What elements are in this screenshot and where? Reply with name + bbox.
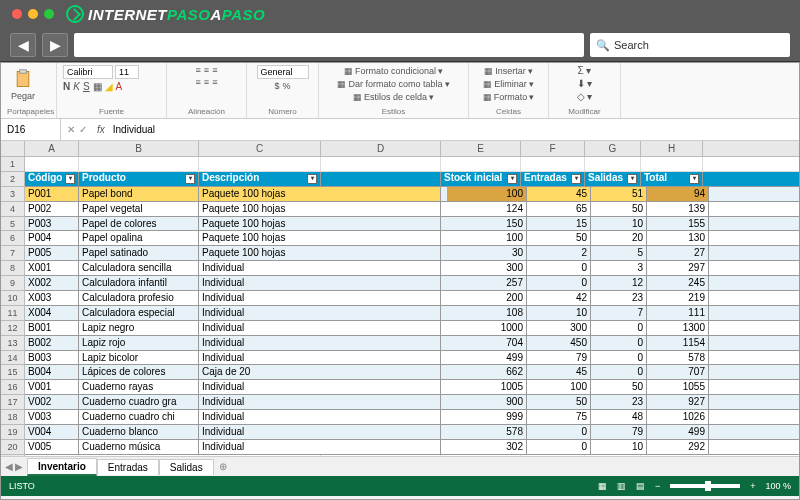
accept-formula-icon[interactable]: ✓ xyxy=(79,124,87,135)
table-header-cell[interactable]: Total▾ xyxy=(641,172,703,186)
cell[interactable]: Individual xyxy=(199,336,441,350)
cancel-formula-icon[interactable]: ✕ xyxy=(67,124,75,135)
filter-arrow-icon[interactable]: ▾ xyxy=(507,174,517,184)
col-header[interactable]: F xyxy=(521,141,585,156)
cell[interactable]: 51 xyxy=(591,187,647,201)
row-header[interactable]: 10 xyxy=(1,291,25,306)
cell[interactable]: 450 xyxy=(527,336,591,350)
cell[interactable]: P004 xyxy=(25,231,79,245)
currency-button[interactable]: $ xyxy=(274,81,279,91)
window-maximize-icon[interactable] xyxy=(44,9,54,19)
cell[interactable]: Papel vegetal xyxy=(79,202,199,216)
cell[interactable]: 155 xyxy=(647,217,709,231)
row-header[interactable]: 15 xyxy=(1,365,25,380)
cell[interactable]: 50 xyxy=(527,395,591,409)
format-cells-button[interactable]: ▦ Formato ▾ xyxy=(480,91,538,103)
autosum-button[interactable]: Σ ▾ xyxy=(578,65,592,76)
cell[interactable]: 245 xyxy=(647,276,709,290)
col-header[interactable]: C xyxy=(199,141,321,156)
row-header[interactable]: 20 xyxy=(1,440,25,455)
cell[interactable]: 707 xyxy=(647,365,709,379)
cell[interactable]: 1000 xyxy=(447,321,527,335)
cell[interactable]: 704 xyxy=(447,336,527,350)
cell[interactable]: Lapiz rojo xyxy=(79,336,199,350)
italic-button[interactable]: K xyxy=(73,81,80,92)
row-header[interactable]: 19 xyxy=(1,425,25,440)
select-all-corner[interactable] xyxy=(1,141,25,156)
cell[interactable]: 100 xyxy=(527,380,591,394)
cell[interactable]: 662 xyxy=(447,365,527,379)
cell[interactable]: P001 xyxy=(25,187,79,201)
fx-icon[interactable]: fx xyxy=(93,124,109,135)
cell[interactable]: 65 xyxy=(527,202,591,216)
table-row[interactable]: B001Lapiz negroIndividual100030001300 xyxy=(25,321,799,336)
table-header-cell[interactable]: Salidas▾ xyxy=(585,172,641,186)
cell[interactable]: X001 xyxy=(25,261,79,275)
cell[interactable]: 23 xyxy=(591,291,647,305)
table-row[interactable]: B004Lápices de coloresCaja de 2066245070… xyxy=(25,365,799,380)
cell[interactable]: Papel de colores xyxy=(79,217,199,231)
table-row[interactable]: V001Cuaderno rayasIndividual100510050105… xyxy=(25,380,799,395)
table-row[interactable]: X004Calculadora especialIndividual108107… xyxy=(25,306,799,321)
cell[interactable]: Paquete 100 hojas xyxy=(199,231,441,245)
fill-button[interactable]: ⬇ ▾ xyxy=(577,78,593,89)
cell[interactable]: 927 xyxy=(647,395,709,409)
cell[interactable]: Cuaderno cuadro gra xyxy=(79,395,199,409)
table-header-cell[interactable]: Código▾ xyxy=(25,172,79,186)
cell[interactable]: Individual xyxy=(199,351,441,365)
align-left-button[interactable]: ≡ xyxy=(196,77,201,87)
tab-nav-prev-icon[interactable]: ◀ xyxy=(5,461,13,472)
cell[interactable]: P003 xyxy=(25,217,79,231)
table-row[interactable]: V005Cuaderno músicaIndividual302010292 xyxy=(25,440,799,455)
cell[interactable]: 0 xyxy=(591,321,647,335)
zoom-in-button[interactable]: + xyxy=(750,481,755,491)
cell[interactable]: 0 xyxy=(527,425,591,439)
row-header[interactable]: 6 xyxy=(1,231,25,246)
cell[interactable]: P002 xyxy=(25,202,79,216)
cell[interactable]: Individual xyxy=(199,306,441,320)
cell[interactable]: Papel opalina xyxy=(79,231,199,245)
cell[interactable]: 292 xyxy=(647,440,709,454)
view-layout-icon[interactable]: ▥ xyxy=(617,481,626,491)
cell[interactable]: 50 xyxy=(591,380,647,394)
spreadsheet-grid[interactable]: A B C D E F G H 123456789101112131415161… xyxy=(1,141,799,456)
cell[interactable]: 50 xyxy=(591,202,647,216)
cell[interactable]: Calculadora especial xyxy=(79,306,199,320)
cell[interactable]: 45 xyxy=(527,365,591,379)
filter-arrow-icon[interactable]: ▾ xyxy=(571,174,581,184)
view-pagebreak-icon[interactable]: ▤ xyxy=(636,481,645,491)
cell[interactable]: Papel bond xyxy=(79,187,199,201)
sheet-tab-entradas[interactable]: Entradas xyxy=(97,459,159,475)
search-input[interactable]: 🔍 Search xyxy=(590,33,790,57)
font-size-select[interactable] xyxy=(115,65,139,79)
zoom-out-button[interactable]: − xyxy=(655,481,660,491)
cell[interactable]: 12 xyxy=(591,276,647,290)
col-header[interactable]: A xyxy=(25,141,79,156)
cell[interactable]: 2 xyxy=(527,246,591,260)
cell[interactable]: Individual xyxy=(199,291,441,305)
cell[interactable]: 10 xyxy=(527,306,591,320)
table-row[interactable]: P005Papel satinadoPaquete 100 hojas30252… xyxy=(25,246,799,261)
filter-arrow-icon[interactable]: ▾ xyxy=(65,174,75,184)
cell[interactable]: 0 xyxy=(591,365,647,379)
cell[interactable]: V001 xyxy=(25,380,79,394)
col-header[interactable]: G xyxy=(585,141,641,156)
filter-arrow-icon[interactable]: ▾ xyxy=(627,174,637,184)
cell[interactable]: 45 xyxy=(527,187,591,201)
row-header[interactable]: 7 xyxy=(1,246,25,261)
cell[interactable]: 79 xyxy=(527,351,591,365)
cell[interactable]: B002 xyxy=(25,336,79,350)
underline-button[interactable]: S xyxy=(83,81,90,92)
row-header[interactable]: 9 xyxy=(1,276,25,291)
cell[interactable]: 302 xyxy=(447,440,527,454)
cell[interactable]: Cuaderno blanco xyxy=(79,425,199,439)
table-header-cell[interactable]: Stock inicial▾ xyxy=(441,172,521,186)
cell[interactable]: Cuaderno cuadro chi xyxy=(79,410,199,424)
cell[interactable]: 3 xyxy=(591,261,647,275)
cell[interactable]: 15 xyxy=(527,217,591,231)
row-header[interactable]: 18 xyxy=(1,410,25,425)
fill-color-button[interactable]: ◢ xyxy=(105,81,113,92)
table-header-cell[interactable]: Descripción▾ xyxy=(199,172,321,186)
row-header[interactable]: 16 xyxy=(1,380,25,395)
cell[interactable]: 124 xyxy=(447,202,527,216)
